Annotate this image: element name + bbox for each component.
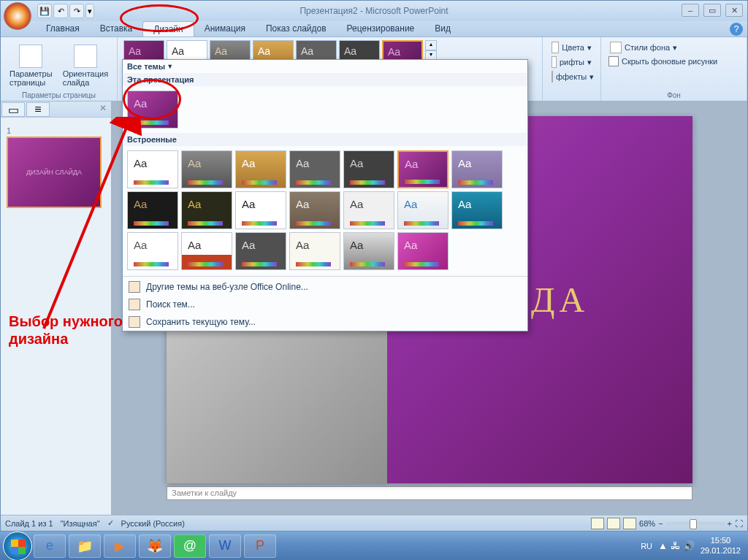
builtin-theme-thumb[interactable]: Aa [181, 150, 232, 188]
builtin-theme-thumb[interactable]: Aa [397, 150, 449, 188]
help-icon[interactable]: ? [730, 23, 743, 36]
mail-icon[interactable]: @ [174, 534, 206, 558]
builtin-theme-thumb[interactable]: Aa [343, 150, 394, 188]
tray-lang[interactable]: RU [641, 542, 652, 551]
gallery-scroll-up[interactable]: ▴ [425, 40, 437, 50]
status-theme-name: "Изящная" [61, 519, 100, 528]
page-setup-button[interactable]: Параметры страницы [7, 43, 56, 88]
menu-office-online[interactable]: Другие темы на веб-узле Office Online... [123, 278, 527, 296]
tab-view[interactable]: Вид [424, 21, 461, 37]
orientation-label: Ориентация слайда [63, 69, 108, 87]
builtin-theme-thumb[interactable]: Aa [289, 191, 340, 229]
gallery-section-current: Эта презентация [123, 73, 527, 86]
start-button[interactable] [3, 532, 32, 561]
spellcheck-icon[interactable]: ✓ [107, 518, 114, 528]
firefox-icon[interactable]: 🦊 [139, 534, 171, 558]
tab-home[interactable]: Главная [36, 21, 90, 37]
qat-dropdown-icon[interactable]: ▾ [85, 4, 94, 18]
tab-design[interactable]: Дизайн [142, 21, 194, 37]
quick-access-toolbar: 💾 ↶ ↷ ▾ [37, 4, 94, 18]
media-player-icon[interactable]: ▶ [104, 534, 136, 558]
builtin-theme-thumb[interactable]: Aa [397, 191, 449, 229]
annotation-text: Выбор нужного дизайна [9, 312, 123, 348]
themes-gallery-dropdown: Все темы▼ Эта презентация Aa Встроенные … [122, 59, 528, 331]
window-title: Презентация2 - Microsoft PowerPoint [299, 6, 448, 16]
office-button[interactable] [4, 2, 31, 30]
save-icon[interactable]: 💾 [37, 4, 52, 18]
zoom-percent[interactable]: 68% [639, 519, 655, 528]
tray-flag-icon[interactable]: ▲ [658, 540, 668, 551]
minimize-button[interactable]: – [682, 4, 699, 17]
builtin-theme-thumb[interactable]: Aa [235, 232, 286, 270]
builtin-theme-thumb[interactable]: Aa [181, 191, 232, 229]
tray-volume-icon[interactable]: 🔊 [683, 540, 695, 551]
group-page-label: Параметры страницы [1, 91, 117, 99]
builtin-theme-thumb[interactable]: Aa [451, 191, 503, 229]
maximize-button[interactable]: ▭ [703, 4, 721, 17]
titlebar: 💾 ↶ ↷ ▾ Презентация2 - Microsoft PowerPo… [1, 1, 747, 21]
builtin-theme-thumb[interactable]: Aa [127, 150, 178, 188]
fonts-dropdown[interactable]: рифты ▾ [549, 55, 595, 69]
hide-background-checkbox[interactable]: Скрыть фоновые рисунки [607, 55, 741, 68]
outline-tab-icon[interactable]: ≡ [26, 102, 50, 117]
current-theme-thumb[interactable]: Aa [127, 91, 178, 129]
system-tray: RU ▲ 🖧 🔊 15:50 29.01.2012 [641, 536, 745, 555]
fit-window-button[interactable]: ⛶ [735, 519, 743, 528]
builtin-theme-thumb[interactable]: Aa [181, 232, 232, 270]
word-icon[interactable]: W [209, 534, 241, 558]
orientation-button[interactable]: Ориентация слайда [60, 43, 111, 88]
taskbar: e 📁 ▶ 🦊 @ W P RU ▲ 🖧 🔊 15:50 29.01.2012 [0, 532, 748, 560]
builtin-themes-grid: AaAaAaAaAaAaAaAaAaAaAaAaAaAaAaAaAaAaAaAa [123, 146, 527, 275]
powerpoint-icon[interactable]: P [244, 534, 276, 558]
statusbar: Слайд 1 из 1 "Изящная" ✓ Русский (Россия… [1, 515, 747, 531]
tab-slideshow[interactable]: Показ слайдов [256, 21, 337, 37]
normal-view-button[interactable] [591, 518, 604, 529]
builtin-theme-thumb[interactable]: Aa [235, 191, 286, 229]
builtin-theme-thumb[interactable]: Aa [451, 150, 503, 188]
globe-icon [129, 281, 140, 293]
undo-icon[interactable]: ↶ [53, 4, 68, 18]
close-button[interactable]: ✕ [725, 4, 743, 17]
ie-icon[interactable]: e [34, 534, 66, 558]
builtin-theme-thumb[interactable]: Aa [397, 232, 449, 270]
explorer-icon[interactable]: 📁 [69, 534, 101, 558]
tab-insert[interactable]: Вставка [90, 21, 143, 37]
group-background-label: Фон [601, 91, 747, 99]
menu-search-themes[interactable]: Поиск тем... [123, 296, 527, 313]
tray-clock[interactable]: 15:50 29.01.2012 [701, 536, 741, 555]
builtin-theme-thumb[interactable]: Aa [127, 232, 178, 270]
orientation-icon [74, 45, 97, 68]
background-styles-dropdown[interactable]: Стили фона ▾ [607, 40, 741, 55]
save-icon [129, 316, 140, 328]
tab-review[interactable]: Рецензирование [337, 21, 425, 37]
builtin-theme-thumb[interactable]: Aa [235, 150, 286, 188]
tab-animation[interactable]: Анимация [194, 21, 256, 37]
slides-panel: ▭ ≡ ✕ 1 ДИЗАЙН СЛАЙДА [1, 101, 112, 515]
slideshow-view-button[interactable] [623, 518, 636, 529]
builtin-theme-thumb[interactable]: Aa [289, 232, 340, 270]
builtin-theme-thumb[interactable]: Aa [343, 232, 394, 270]
slide-number: 1 [7, 126, 11, 135]
redo-icon[interactable]: ↷ [69, 4, 84, 18]
colors-dropdown[interactable]: Цвета ▾ [549, 40, 595, 55]
ribbon-tabs: Главная Вставка Дизайн Анимация Показ сл… [1, 21, 747, 37]
sorter-view-button[interactable] [607, 518, 620, 529]
page-setup-icon [19, 45, 42, 68]
slides-tab-icon[interactable]: ▭ [1, 102, 25, 117]
effects-dropdown[interactable]: ффекты ▾ [549, 69, 595, 84]
slide-thumbnail[interactable]: ДИЗАЙН СЛАЙДА [7, 137, 102, 208]
notes-pane[interactable]: Заметки к слайду [167, 486, 692, 500]
builtin-theme-thumb[interactable]: Aa [127, 191, 178, 229]
zoom-out-button[interactable]: − [658, 519, 663, 528]
status-language[interactable]: Русский (Россия) [121, 519, 185, 528]
zoom-slider[interactable] [666, 522, 725, 525]
menu-save-theme[interactable]: Сохранить текущую тему... [123, 313, 527, 331]
tray-network-icon[interactable]: 🖧 [671, 540, 680, 551]
builtin-theme-thumb[interactable]: Aa [289, 150, 340, 188]
folder-icon [129, 299, 140, 310]
panel-close-icon[interactable]: ✕ [95, 101, 111, 117]
gallery-header[interactable]: Все темы▼ [123, 60, 527, 73]
builtin-theme-thumb[interactable]: Aa [343, 191, 394, 229]
zoom-in-button[interactable]: + [728, 519, 732, 528]
status-slide-info: Слайд 1 из 1 [5, 519, 53, 528]
